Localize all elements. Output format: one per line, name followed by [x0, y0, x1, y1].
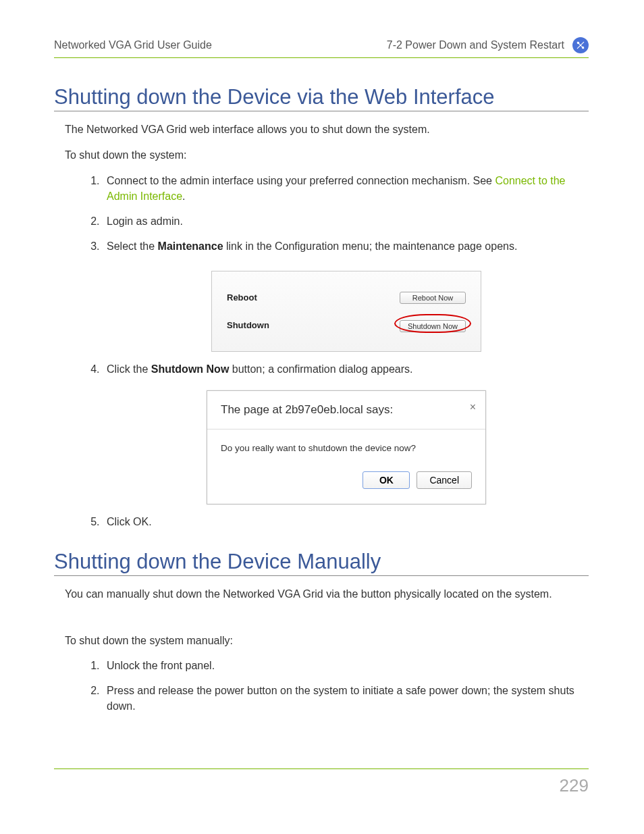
dialog-message: Do you really want to shutdown the devic…	[207, 429, 485, 471]
header-right-group: 7-2 Power Down and System Restart	[387, 37, 589, 53]
step4-keyword: Shutdown Now	[151, 363, 230, 375]
cancel-button[interactable]: Cancel	[417, 471, 472, 489]
maintenance-panel-figure: Reboot Reboot Now Shutdown Shutdown Now	[211, 271, 481, 352]
manual-step-2: Press and release the power button on th…	[103, 683, 586, 714]
document-page: Networked VGA Grid User Guide 7-2 Power …	[0, 0, 644, 834]
shutdown-row: Shutdown Shutdown Now	[227, 317, 466, 333]
section1-steps: Connect to the admin interface using you…	[65, 173, 586, 529]
step-3: Select the Maintenance link in the Confi…	[103, 238, 586, 351]
footer-rule	[54, 768, 589, 769]
ok-button[interactable]: OK	[363, 471, 410, 489]
step4-text-a: Click the	[107, 363, 151, 375]
close-icon[interactable]: ×	[470, 402, 476, 413]
step-2: Login as admin.	[103, 213, 586, 229]
reboot-now-button[interactable]: Reboot Now	[400, 292, 466, 304]
confirm-dialog-figure: The page at 2b97e0eb.local says: × Do yo…	[207, 390, 486, 504]
shutdown-highlight: Shutdown Now	[400, 317, 466, 333]
step3-text-b: link in the Configuration menu; the main…	[223, 240, 518, 252]
section2-steps: Unlock the front panel. Press and releas…	[65, 658, 586, 714]
section1-intro: The Networked VGA Grid web interface all…	[65, 122, 586, 137]
step-1: Connect to the admin interface using you…	[103, 173, 586, 204]
header-left: Networked VGA Grid User Guide	[54, 39, 212, 51]
dialog-header: The page at 2b97e0eb.local says: ×	[207, 391, 485, 427]
page-header: Networked VGA Grid User Guide 7-2 Power …	[54, 37, 589, 58]
step1-text-b: .	[182, 190, 185, 202]
step4-text-b: button; a confirmation dialog appears.	[229, 363, 412, 375]
manual-step-1: Unlock the front panel.	[103, 658, 586, 673]
section-heading-web-shutdown: Shutting down the Device via the Web Int…	[54, 85, 589, 111]
reboot-label: Reboot	[227, 292, 257, 305]
tools-icon	[572, 37, 589, 53]
reboot-row: Reboot Reboot Now	[227, 292, 466, 305]
section2-body: You can manually shut down the Networked…	[54, 587, 589, 714]
dialog-title: The page at 2b97e0eb.local says:	[221, 402, 393, 419]
shutdown-now-button[interactable]: Shutdown Now	[400, 320, 466, 332]
section1-lead: To shut down the system:	[65, 148, 586, 163]
step3-keyword: Maintenance	[158, 240, 223, 252]
header-section-label: 7-2 Power Down and System Restart	[387, 39, 564, 51]
dialog-actions: OK Cancel	[207, 471, 485, 504]
section-heading-manual-shutdown: Shutting down the Device Manually	[54, 550, 589, 576]
page-number: 229	[560, 775, 589, 796]
step3-text-a: Select the	[107, 240, 158, 252]
section2-intro: You can manually shut down the Networked…	[65, 587, 586, 602]
step1-text-a: Connect to the admin interface using you…	[107, 175, 495, 186]
step-4: Click the Shutdown Now button; a confirm…	[103, 361, 586, 504]
section1-body: The Networked VGA Grid web interface all…	[54, 122, 589, 529]
step-5: Click OK.	[103, 514, 586, 529]
shutdown-label: Shutdown	[227, 319, 269, 332]
section2-lead: To shut down the system manually:	[65, 633, 586, 648]
